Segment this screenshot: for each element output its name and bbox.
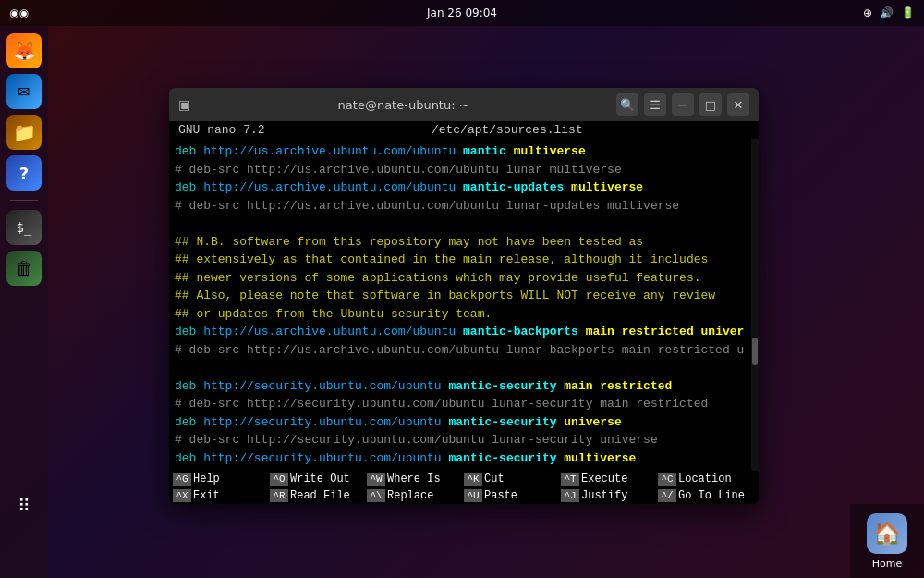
battery-icon: 🔋	[901, 6, 915, 19]
nano-line: ## extensively as that contained in the …	[175, 251, 753, 269]
exit-label: Exit	[193, 489, 220, 502]
terminal-app-icon: ▣	[178, 97, 190, 112]
top-bar-datetime: Jan 26 09:04	[427, 6, 497, 19]
cut-key: ^K	[464, 473, 482, 486]
help-label: Help	[193, 473, 220, 486]
nano-line: deb http://security.ubuntu.com/ubuntu ma…	[175, 377, 753, 396]
terminal-titlebar: ▣ nate@nate-ubuntu: ~ 🔍 ☰ − □ ✕	[169, 88, 759, 121]
nano-line: # deb-src http://us.archive.ubuntu.com/u…	[175, 341, 753, 360]
sidebar-item-firefox[interactable]: 🦊	[6, 33, 42, 68]
sidebar: 🦊 ✉ 📁 ? $_ 🗑 ⠿	[0, 26, 48, 578]
nano-cmd-location[interactable]: ^C Location	[658, 473, 755, 486]
sidebar-bottom: ⠿	[6, 487, 42, 523]
nano-footer-row1: ^G Help ^O Write Out ^W Where Is ^K Cut …	[169, 471, 759, 487]
sidebar-item-help[interactable]: ?	[6, 155, 42, 191]
home-dock: 🏠 Home	[850, 504, 924, 578]
execute-key: ^T	[561, 473, 579, 486]
nano-line: # deb-src http://security.ubuntu.com/ubu…	[175, 467, 753, 471]
close-button[interactable]: ✕	[727, 93, 749, 116]
paste-label: Paste	[484, 489, 517, 502]
minimize-button[interactable]: −	[672, 93, 694, 116]
menu-button[interactable]: ☰	[644, 93, 666, 116]
apps-grid-icon: ⠿	[18, 496, 30, 515]
files-icon: 📁	[13, 121, 36, 143]
nano-cmd-gotoline[interactable]: ^/ Go To Line	[658, 489, 755, 502]
location-label: Location	[678, 473, 732, 486]
top-bar-right: ⊕ 🔊 🔋	[863, 6, 915, 19]
nano-version: GNU nano 7.2	[178, 123, 265, 137]
trash-icon: 🗑	[15, 257, 33, 279]
scrollbar-thumb	[752, 338, 758, 365]
scrollbar-area[interactable]	[751, 139, 759, 471]
top-bar-indicator: ◉◉	[9, 6, 29, 19]
justify-key: ^J	[561, 489, 579, 502]
volume-icon: 🔊	[880, 6, 894, 19]
nano-cmd-whereis[interactable]: ^W Where Is	[367, 473, 464, 486]
sidebar-item-thunderbird[interactable]: ✉	[6, 74, 42, 109]
search-button[interactable]: 🔍	[616, 93, 638, 116]
nano-cmd-replace[interactable]: ^\ Replace	[367, 489, 464, 502]
writeout-label: Write Out	[290, 473, 350, 486]
nano-line: ## Also, please note that software in ba…	[175, 287, 753, 305]
nano-line	[175, 215, 753, 233]
gotoline-key: ^/	[658, 489, 676, 502]
nano-cmd-exit[interactable]: ^X Exit	[173, 489, 270, 502]
cut-label: Cut	[484, 473, 505, 486]
nano-line: deb http://us.archive.ubuntu.com/ubuntu …	[175, 178, 753, 197]
whereis-key: ^W	[367, 473, 385, 486]
top-bar-left: ◉◉	[9, 6, 29, 19]
exit-key: ^X	[173, 489, 191, 502]
home-icon: 🏠	[873, 521, 901, 547]
home-label: Home	[872, 558, 902, 570]
nano-line: # deb-src http://us.archive.ubuntu.com/u…	[175, 161, 753, 179]
nano-cmd-justify[interactable]: ^J Justify	[561, 489, 658, 502]
nano-cmd-writeout[interactable]: ^O Write Out	[270, 473, 367, 486]
nano-line: deb http://us.archive.ubuntu.com/ubuntu …	[175, 142, 753, 161]
nano-line: deb http://us.archive.ubuntu.com/ubuntu …	[175, 323, 753, 341]
whereis-label: Where Is	[387, 473, 441, 486]
top-bar: ◉◉ Jan 26 09:04 ⊕ 🔊 🔋	[0, 0, 924, 26]
paste-key: ^U	[464, 489, 482, 502]
nano-cmd-cut[interactable]: ^K Cut	[464, 473, 561, 486]
thunderbird-icon: ✉	[18, 83, 30, 101]
sidebar-item-files[interactable]: 📁	[6, 115, 42, 150]
apps-grid-button[interactable]: ⠿	[6, 487, 42, 523]
nano-cmd-paste[interactable]: ^U Paste	[464, 489, 561, 502]
nano-content[interactable]: deb http://us.archive.ubuntu.com/ubuntu …	[169, 139, 759, 471]
nano-cmd-help[interactable]: ^G Help	[173, 473, 270, 486]
nano-line: deb http://security.ubuntu.com/ubuntu ma…	[175, 413, 753, 432]
terminal-icon: $_	[17, 220, 32, 235]
home-button[interactable]: 🏠	[867, 513, 907, 554]
nano-cmd-execute[interactable]: ^T Execute	[561, 473, 658, 486]
readfile-key: ^R	[270, 489, 288, 502]
nano-line: ## or updates from the Ubuntu security t…	[175, 305, 753, 324]
sidebar-item-terminal[interactable]: $_	[6, 210, 42, 245]
replace-label: Replace	[387, 489, 433, 502]
justify-label: Justify	[581, 489, 627, 502]
nano-line	[175, 359, 753, 377]
titlebar-controls: 🔍 ☰ − □ ✕	[616, 93, 749, 116]
nano-line: # deb-src http://security.ubuntu.com/ubu…	[175, 395, 753, 413]
readfile-label: Read File	[290, 489, 350, 502]
location-key: ^C	[658, 473, 676, 486]
sidebar-item-trash[interactable]: 🗑	[6, 251, 42, 286]
firefox-icon: 🦊	[13, 40, 36, 62]
nano-header: GNU nano 7.2 /etc/apt/sources.list	[169, 121, 759, 139]
nano-line: deb http://security.ubuntu.com/ubuntu ma…	[175, 449, 753, 468]
gotoline-label: Go To Line	[678, 489, 745, 502]
nano-footer-row2: ^X Exit ^R Read File ^\ Replace ^U Paste…	[169, 487, 759, 504]
nano-line: ## N.B. software from this repository ma…	[175, 233, 753, 252]
nano-footer: ^G Help ^O Write Out ^W Where Is ^K Cut …	[169, 471, 759, 504]
nano-cmd-readfile[interactable]: ^R Read File	[270, 489, 367, 502]
terminal-title: nate@nate-ubuntu: ~	[190, 98, 616, 112]
maximize-button[interactable]: □	[699, 93, 722, 116]
nano-line: # deb-src http://security.ubuntu.com/ubu…	[175, 431, 753, 449]
nano-line: ## newer versions of some applications w…	[175, 269, 753, 288]
writeout-key: ^O	[270, 473, 288, 486]
help-key: ^G	[173, 473, 191, 486]
nano-filename: /etc/apt/sources.list	[432, 123, 583, 137]
terminal-window: ▣ nate@nate-ubuntu: ~ 🔍 ☰ − □ ✕ GNU nano…	[169, 88, 759, 504]
titlebar-left: ▣	[178, 97, 190, 112]
line-deb1: deb	[175, 144, 203, 158]
sidebar-divider	[10, 200, 38, 201]
